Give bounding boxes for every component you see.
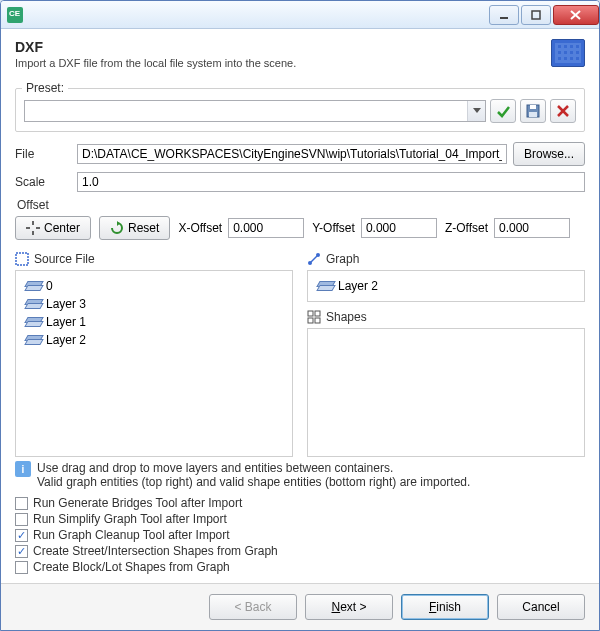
layer-item[interactable]: Layer 1 — [22, 313, 286, 331]
svg-rect-1 — [532, 11, 540, 19]
svg-rect-19 — [308, 311, 313, 316]
checkbox-label: Create Street/Intersection Shapes from G… — [33, 544, 278, 558]
shapes-header: Shapes — [307, 310, 585, 324]
checkbox[interactable] — [15, 561, 28, 574]
checkbox-label: Run Graph Cleanup Tool after Import — [33, 528, 230, 542]
preset-combo[interactable] — [24, 100, 486, 122]
preset-group: Preset: — [15, 88, 585, 132]
cancel-button[interactable]: Cancel — [497, 594, 585, 620]
next-button[interactable]: Next > — [305, 594, 393, 620]
source-file-header: Source File — [15, 252, 293, 266]
graph-list[interactable]: Layer 2 — [307, 270, 585, 302]
svg-marker-14 — [117, 221, 120, 226]
preset-input[interactable] — [25, 101, 467, 121]
layer-icon — [26, 317, 40, 327]
z-offset-label: Z-Offset — [445, 221, 488, 235]
svg-marker-4 — [473, 108, 481, 113]
checkbox[interactable] — [15, 497, 28, 510]
checkbox-label: Create Block/Lot Shapes from Graph — [33, 560, 230, 574]
info-icon: i — [15, 461, 31, 477]
offset-label: Offset — [17, 198, 585, 212]
preset-save-button[interactable] — [520, 99, 546, 123]
graph-header: Graph — [307, 252, 585, 266]
layer-label: Layer 2 — [338, 279, 378, 293]
scale-input[interactable] — [77, 172, 585, 192]
x-offset-label: X-Offset — [178, 221, 222, 235]
option-row[interactable]: Run Graph Cleanup Tool after Import — [15, 527, 585, 543]
file-label: File — [15, 147, 71, 161]
x-offset-input[interactable] — [228, 218, 304, 238]
layer-icon — [26, 281, 40, 291]
option-row[interactable]: Create Street/Intersection Shapes from G… — [15, 543, 585, 559]
preset-apply-button[interactable] — [490, 99, 516, 123]
preset-label: Preset: — [22, 81, 68, 95]
source-file-list[interactable]: 0Layer 3Layer 1Layer 2 — [15, 270, 293, 457]
layer-label: 0 — [46, 279, 53, 293]
layer-item[interactable]: Layer 2 — [314, 277, 578, 295]
checkbox[interactable] — [15, 545, 28, 558]
wizard-footer: < Back Next > Finish Cancel — [1, 583, 599, 630]
option-row[interactable]: Run Simplify Graph Tool after Import — [15, 511, 585, 527]
svg-rect-6 — [530, 105, 536, 109]
graph-icon — [307, 252, 321, 266]
shapes-list[interactable] — [307, 328, 585, 457]
finish-button[interactable]: Finish — [401, 594, 489, 620]
z-offset-input[interactable] — [494, 218, 570, 238]
svg-rect-22 — [315, 318, 320, 323]
checkbox-label: Run Simplify Graph Tool after Import — [33, 512, 227, 526]
dialog-window: DXF Import a DXF file from the local fil… — [0, 0, 600, 631]
option-row[interactable]: Run Generate Bridges Tool after Import — [15, 495, 585, 511]
titlebar — [1, 1, 599, 29]
close-button[interactable] — [553, 5, 599, 25]
layer-icon — [26, 335, 40, 345]
layer-label: Layer 2 — [46, 333, 86, 347]
layer-label: Layer 1 — [46, 315, 86, 329]
reset-icon — [110, 221, 124, 235]
minimize-button[interactable] — [489, 5, 519, 25]
shapes-icon — [307, 310, 321, 324]
browse-button[interactable]: Browse... — [513, 142, 585, 166]
checkbox-label: Run Generate Bridges Tool after Import — [33, 496, 242, 510]
center-button[interactable]: Center — [15, 216, 91, 240]
svg-rect-7 — [529, 112, 537, 117]
svg-rect-15 — [16, 253, 28, 265]
center-icon — [26, 221, 40, 235]
option-row[interactable]: Create Block/Lot Shapes from Graph — [15, 559, 585, 575]
checkbox[interactable] — [15, 513, 28, 526]
svg-rect-21 — [308, 318, 313, 323]
preset-dropdown-button[interactable] — [467, 101, 485, 121]
layer-icon — [318, 281, 332, 291]
layer-item[interactable]: Layer 3 — [22, 295, 286, 313]
options-list: Run Generate Bridges Tool after ImportRu… — [15, 495, 585, 575]
preset-delete-button[interactable] — [550, 99, 576, 123]
layer-label: Layer 3 — [46, 297, 86, 311]
checkbox[interactable] — [15, 529, 28, 542]
maximize-button[interactable] — [521, 5, 551, 25]
layer-item[interactable]: 0 — [22, 277, 286, 295]
dxf-icon — [551, 39, 585, 67]
svg-line-18 — [311, 256, 317, 262]
source-file-icon — [15, 252, 29, 266]
layer-icon — [26, 299, 40, 309]
page-subtitle: Import a DXF file from the local file sy… — [15, 57, 296, 69]
info-text: Use drag and drop to move layers and ent… — [37, 461, 470, 489]
y-offset-label: Y-Offset — [312, 221, 355, 235]
reset-button[interactable]: Reset — [99, 216, 170, 240]
page-title: DXF — [15, 39, 296, 55]
svg-rect-20 — [315, 311, 320, 316]
app-icon — [7, 7, 23, 23]
scale-label: Scale — [15, 175, 71, 189]
file-input[interactable] — [77, 144, 507, 164]
back-button: < Back — [209, 594, 297, 620]
y-offset-input[interactable] — [361, 218, 437, 238]
layer-item[interactable]: Layer 2 — [22, 331, 286, 349]
